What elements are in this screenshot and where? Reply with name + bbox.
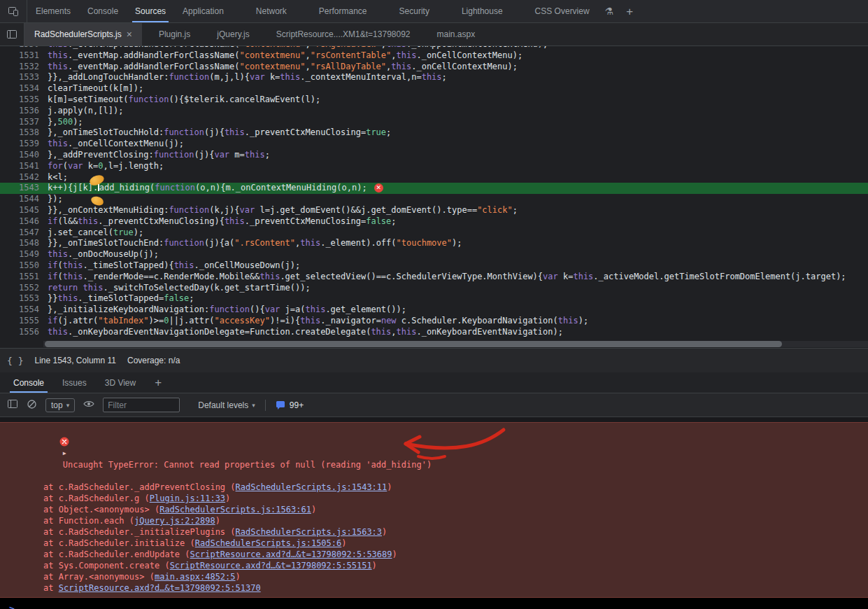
add-panel-button[interactable]: + <box>626 6 633 18</box>
toggle-navigator-button[interactable] <box>0 23 24 46</box>
line-number[interactable]: 1532 <box>0 62 48 73</box>
line-number[interactable]: 1541 <box>0 161 48 172</box>
panel-tab-elements[interactable]: Elements <box>27 0 79 22</box>
code-line-1547[interactable]: 1547j.set_cancel(true); <box>0 227 868 239</box>
line-number[interactable]: 1538 <box>0 127 48 139</box>
line-number[interactable]: 1535 <box>0 94 48 106</box>
source-editor[interactable]: 1530this._eventMap.addHandlerForClassNam… <box>0 46 868 340</box>
code-line-1545[interactable]: 1545}},_onContextMenuHiding:function(k,j… <box>0 205 868 216</box>
line-number[interactable]: 1540 <box>0 150 48 161</box>
code-line-1555[interactable]: 1555if(j.attr("tabIndex")>=0||j.attr("ac… <box>0 316 868 327</box>
code-line-1542[interactable]: 1542k<l; <box>0 172 868 183</box>
drawer-tab-issues[interactable]: Issues <box>53 372 96 393</box>
line-number[interactable]: 1552 <box>0 283 48 294</box>
stack-frame-link[interactable]: ScriptResource.axd?d…&t=13798092:5:53689 <box>190 550 392 559</box>
context-selector[interactable]: top ▾ <box>45 398 75 412</box>
code-line-1541[interactable]: 1541for(var k=0,l=j.length; <box>0 161 868 172</box>
code-line-1552[interactable]: 1552return this._switchToSelectedDay(k.g… <box>0 283 868 294</box>
filter-input[interactable] <box>103 398 180 412</box>
stack-frame-link[interactable]: RadSchedulerScripts.js:1563:61 <box>159 505 311 514</box>
stack-frame-link[interactable]: RadSchedulerScripts.js:1543:11 <box>236 482 387 492</box>
line-number[interactable]: 1547 <box>0 227 48 239</box>
file-tab[interactable]: main.aspx <box>427 23 485 46</box>
file-tab[interactable]: jQuery.js <box>207 23 259 46</box>
stack-frame-link[interactable]: ScriptResource.axd?d…&t=13798092:5:51370 <box>59 583 261 593</box>
code-line-1537[interactable]: 1537},500); <box>0 117 868 128</box>
file-tab[interactable]: ScriptResource....XM1&t=13798092 <box>266 23 420 46</box>
code-line-1535[interactable]: 1535k[m]=setTimeout(function(){$telerik.… <box>0 94 868 106</box>
pretty-print-button[interactable]: { } <box>7 356 23 366</box>
code-line-1538[interactable]: 1538},_onTimeSlotTouchHold:function(j){t… <box>0 127 868 139</box>
code-line-1531[interactable]: 1531this._eventMap.addHandlerForClassNam… <box>0 50 868 62</box>
code-line-1543[interactable]: 1543k++){j[k].add_hiding(function(o,n){m… <box>0 183 868 194</box>
line-number[interactable]: 1531 <box>0 50 48 62</box>
stack-frame-link[interactable]: jQuery.js:2:2898 <box>134 516 215 526</box>
line-number[interactable]: 1542 <box>0 172 48 183</box>
clear-console-button[interactable] <box>27 399 37 412</box>
panel-tab-css-overview[interactable]: CSS Overview <box>527 0 598 22</box>
stack-frame-link[interactable]: main.aspx:4852:5 <box>155 572 236 582</box>
line-number[interactable]: 1549 <box>0 249 48 260</box>
line-number[interactable]: 1551 <box>0 272 48 283</box>
device-toolbar-button[interactable] <box>0 0 27 22</box>
drawer-tab-console[interactable]: Console <box>4 372 53 393</box>
stack-frame-link[interactable]: RadSchedulerScripts.js:1505:6 <box>195 538 342 548</box>
stack-frame-link[interactable]: ScriptResource.axd?d…&t=13798092:5:55151 <box>170 561 372 570</box>
drawer-tab-3d-view[interactable]: 3D View <box>96 372 145 393</box>
code-line-1549[interactable]: 1549this._onDocMouseUp(j); <box>0 249 868 260</box>
code-line-1551[interactable]: 1551if(this._renderMode==c.RenderMode.Mo… <box>0 272 868 283</box>
line-number[interactable]: 1539 <box>0 139 48 150</box>
inline-error-icon[interactable]: ✕ <box>374 183 383 192</box>
console-prompt[interactable]: > <box>0 603 868 609</box>
line-number[interactable]: 1553 <box>0 293 48 304</box>
code-line-1544[interactable]: 1544}); <box>0 194 868 205</box>
file-tab[interactable]: Plugin.js <box>149 23 200 46</box>
line-number[interactable]: 1534 <box>0 83 48 94</box>
panel-tab-network[interactable]: Network <box>248 0 295 22</box>
console-sidebar-button[interactable] <box>7 398 18 412</box>
line-number[interactable]: 1554 <box>0 304 48 316</box>
close-icon[interactable]: × <box>127 29 132 39</box>
line-number[interactable]: 1544 <box>0 194 48 205</box>
code-line-1536[interactable]: 1536j.apply(n,[l]); <box>0 106 868 117</box>
code-line-1550[interactable]: 1550if(this._timeSlotTapped){this._onCel… <box>0 260 868 272</box>
code-line-1532[interactable]: 1532this._eventMap.addHandlerForClassNam… <box>0 62 868 73</box>
panel-tab-console[interactable]: Console <box>79 0 127 22</box>
code-line-1546[interactable]: 1546if(l&&this._preventCtxMenuClosing){t… <box>0 216 868 227</box>
code-line-1556[interactable]: 1556this._onKeyboardEventNavigationDeleg… <box>0 327 868 338</box>
issues-counter[interactable]: 99+ <box>276 400 304 410</box>
line-number[interactable]: 1548 <box>0 238 48 249</box>
code-line-1533[interactable]: 1533}},_addLongTouchHandler:function(m,j… <box>0 72 868 83</box>
live-expression-button[interactable] <box>83 400 94 410</box>
add-drawer-tab-button[interactable]: + <box>145 372 171 393</box>
panel-tab-application[interactable]: Application <box>174 0 232 22</box>
horizontal-scrollbar[interactable] <box>0 340 868 348</box>
log-levels-dropdown[interactable]: Default levels ▾ <box>198 400 255 410</box>
code-line-1554[interactable]: 1554},_initializeKeyboardNavigation:func… <box>0 304 868 316</box>
line-number[interactable]: 1543 <box>0 183 48 194</box>
panel-tab-lighthouse[interactable]: Lighthouse <box>453 0 511 22</box>
line-number[interactable]: 1555 <box>0 316 48 327</box>
code-line-1540[interactable]: 1540},_addPreventClosing:function(j){var… <box>0 150 868 161</box>
line-number[interactable]: 1533 <box>0 72 48 83</box>
code-line-1534[interactable]: 1534clearTimeout(k[m]); <box>0 83 868 94</box>
line-number[interactable]: 1546 <box>0 216 48 227</box>
line-number[interactable]: 1556 <box>0 327 48 338</box>
file-tab[interactable]: RadSchedulerScripts.js× <box>24 23 142 46</box>
stack-frame-link[interactable]: RadSchedulerScripts.js:1563:3 <box>236 527 383 537</box>
panel-tab-sources[interactable]: Sources <box>127 0 174 22</box>
line-number[interactable]: 1545 <box>0 205 48 216</box>
code-line-1539[interactable]: 1539this._onCellContextMenu(j); <box>0 139 868 150</box>
code-line-1553[interactable]: 1553}}this._timeSlotTapped=false; <box>0 293 868 304</box>
line-number[interactable]: 1537 <box>0 117 48 128</box>
code-lines: 1530this._eventMap.addHandlerForClassNam… <box>0 46 868 338</box>
panel-tab-performance[interactable]: Performance <box>311 0 376 22</box>
code-line-1548[interactable]: 1548}},_onTimeSlotTouchEnd:function(j){a… <box>0 238 868 249</box>
line-number[interactable]: 1550 <box>0 260 48 272</box>
scrollbar-thumb[interactable] <box>45 341 782 347</box>
line-number[interactable]: 1536 <box>0 106 48 117</box>
extension-panel-icon[interactable]: ⚗ <box>605 6 614 17</box>
main-toolbar: ElementsConsoleSourcesApplicationNetwork… <box>0 0 868 23</box>
stack-frame-link[interactable]: Plugin.js:11:33 <box>150 493 225 503</box>
panel-tab-security[interactable]: Security <box>391 0 438 22</box>
